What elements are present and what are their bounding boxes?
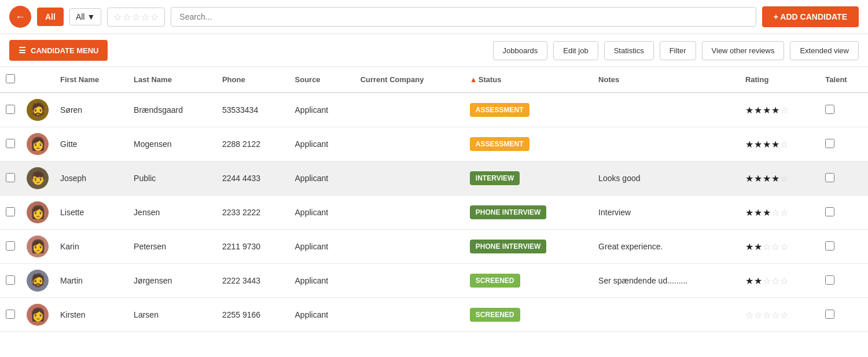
row-talent[interactable] [819, 127, 868, 161]
row-rating[interactable]: ☆☆☆☆☆ [740, 298, 819, 332]
row-checkbox-cell[interactable] [0, 196, 21, 230]
row-checkbox[interactable] [6, 139, 15, 148]
row-first-name[interactable]: Kirsten [54, 298, 128, 332]
row-checkbox[interactable] [6, 310, 15, 319]
row-rating[interactable]: ★★★☆☆ [740, 196, 819, 230]
row-last-name[interactable]: Public [128, 161, 216, 196]
row-status[interactable]: ASSESSMENT [464, 93, 593, 127]
search-input[interactable] [171, 7, 756, 27]
avatar-emoji: 👩 [30, 307, 46, 322]
row-last-name[interactable]: Mogensen [128, 127, 216, 161]
row-first-name[interactable]: Karin [54, 230, 128, 264]
status-badge[interactable]: INTERVIEW [470, 171, 520, 185]
row-first-name[interactable]: Søren [54, 93, 128, 127]
candidate-menu-label: CANDIDATE MENU [31, 46, 98, 55]
row-checkbox-cell[interactable] [0, 264, 21, 298]
header-status[interactable]: ▲Status [464, 67, 593, 93]
filter-dropdown[interactable]: All ▼ [69, 8, 101, 25]
table-row[interactable]: 👩 Kirsten Larsen 2255 9166 Applicant SCR… [0, 298, 868, 332]
row-talent[interactable] [819, 230, 868, 264]
chevron-down-icon: ▼ [87, 12, 95, 21]
row-first-name[interactable]: Gitte [54, 127, 128, 161]
table-row[interactable]: 👦 Joseph Public 2244 4433 Applicant INTE… [0, 161, 868, 196]
row-notes: Looks good [593, 161, 740, 196]
talent-checkbox[interactable] [825, 173, 834, 182]
menu-icon: ☰ [19, 46, 26, 55]
status-badge[interactable]: SCREENED [470, 308, 520, 322]
row-last-name[interactable]: Larsen [128, 298, 216, 332]
status-badge[interactable]: SCREENED [470, 274, 520, 288]
row-rating[interactable]: ★★★★☆ [740, 93, 819, 127]
row-first-name[interactable]: Martin [54, 264, 128, 298]
row-first-name[interactable]: Lisette [54, 196, 128, 230]
row-status[interactable]: SCREENED [464, 264, 593, 298]
row-status[interactable]: PHONE INTERVIEW [464, 196, 593, 230]
row-rating[interactable]: ★★★★☆ [740, 127, 819, 161]
row-last-name[interactable]: Jensen [128, 196, 216, 230]
status-badge[interactable]: PHONE INTERVIEW [470, 205, 546, 219]
header-select-all[interactable] [0, 67, 21, 93]
status-badge[interactable]: PHONE INTERVIEW [470, 240, 546, 253]
view-other-reviews-button[interactable]: View other reviews [702, 41, 785, 60]
row-talent[interactable] [819, 264, 868, 298]
filter-button[interactable]: Filter [660, 41, 696, 60]
row-last-name[interactable]: Jørgensen [128, 264, 216, 298]
row-status[interactable]: SCREENED [464, 298, 593, 332]
row-checkbox[interactable] [6, 207, 15, 216]
row-notes: Great experience. [593, 230, 740, 264]
table-row[interactable]: 👩 Lisette Jensen 2233 2222 Applicant PHO… [0, 196, 868, 230]
row-checkbox[interactable] [6, 275, 15, 285]
table-row[interactable]: 🧔 Søren Brændsgaard 53533434 Applicant A… [0, 93, 868, 127]
row-checkbox[interactable] [6, 105, 15, 114]
avatar: 👩 [27, 201, 49, 223]
all-button[interactable]: All [37, 8, 64, 26]
stars-filter[interactable]: ☆ ☆ ☆ ☆ ☆ [107, 8, 165, 27]
back-button[interactable]: ← [9, 6, 31, 28]
talent-checkbox[interactable] [825, 139, 834, 148]
row-talent[interactable] [819, 161, 868, 196]
row-first-name[interactable]: Joseph [54, 161, 128, 196]
row-avatar-cell: 🧔 [21, 93, 54, 127]
talent-checkbox[interactable] [825, 207, 834, 216]
row-checkbox-cell[interactable] [0, 298, 21, 332]
edit-job-button[interactable]: Edit job [553, 41, 598, 60]
extended-view-button[interactable]: Extended view [790, 41, 859, 60]
jobboards-button[interactable]: Jobboards [493, 41, 548, 60]
row-source: Applicant [289, 230, 355, 264]
row-notes [593, 298, 740, 332]
row-checkbox-cell[interactable] [0, 230, 21, 264]
status-badge[interactable]: ASSESSMENT [470, 137, 529, 151]
add-candidate-button[interactable]: + ADD CANDIDATE [762, 6, 859, 27]
candidate-menu-button[interactable]: ☰ CANDIDATE MENU [9, 40, 108, 61]
row-checkbox[interactable] [6, 241, 15, 251]
talent-checkbox[interactable] [825, 310, 834, 319]
row-status[interactable]: ASSESSMENT [464, 127, 593, 161]
row-talent[interactable] [819, 196, 868, 230]
row-source: Applicant [289, 264, 355, 298]
row-talent[interactable] [819, 93, 868, 127]
row-rating[interactable]: ★★☆☆☆ [740, 230, 819, 264]
statistics-button[interactable]: Statistics [604, 41, 654, 60]
row-status[interactable]: INTERVIEW [464, 161, 593, 196]
row-checkbox-cell[interactable] [0, 161, 21, 196]
row-rating[interactable]: ★★☆☆☆ [740, 264, 819, 298]
row-last-name[interactable]: Petersen [128, 230, 216, 264]
header-current-company: Current Company [355, 67, 464, 93]
row-phone: 2222 3443 [216, 264, 289, 298]
row-checkbox-cell[interactable] [0, 93, 21, 127]
row-rating[interactable]: ★★★★☆ [740, 161, 819, 196]
talent-checkbox[interactable] [825, 241, 834, 251]
row-last-name[interactable]: Brændsgaard [128, 93, 216, 127]
status-badge[interactable]: ASSESSMENT [470, 103, 529, 117]
row-checkbox-cell[interactable] [0, 127, 21, 161]
table-row[interactable]: 👩 Gitte Mogensen 2288 2122 Applicant ASS… [0, 127, 868, 161]
talent-checkbox[interactable] [825, 275, 834, 285]
table-row[interactable]: 👩 Karin Petersen 2211 9730 Applicant PHO… [0, 230, 868, 264]
talent-checkbox[interactable] [825, 105, 834, 114]
row-notes: Ser spændende ud......... [593, 264, 740, 298]
avatar: 🧔 [27, 99, 49, 121]
table-row[interactable]: 🧔 Martin Jørgensen 2222 3443 Applicant S… [0, 264, 868, 298]
row-checkbox[interactable] [6, 173, 15, 182]
row-status[interactable]: PHONE INTERVIEW [464, 230, 593, 264]
row-talent[interactable] [819, 298, 868, 332]
